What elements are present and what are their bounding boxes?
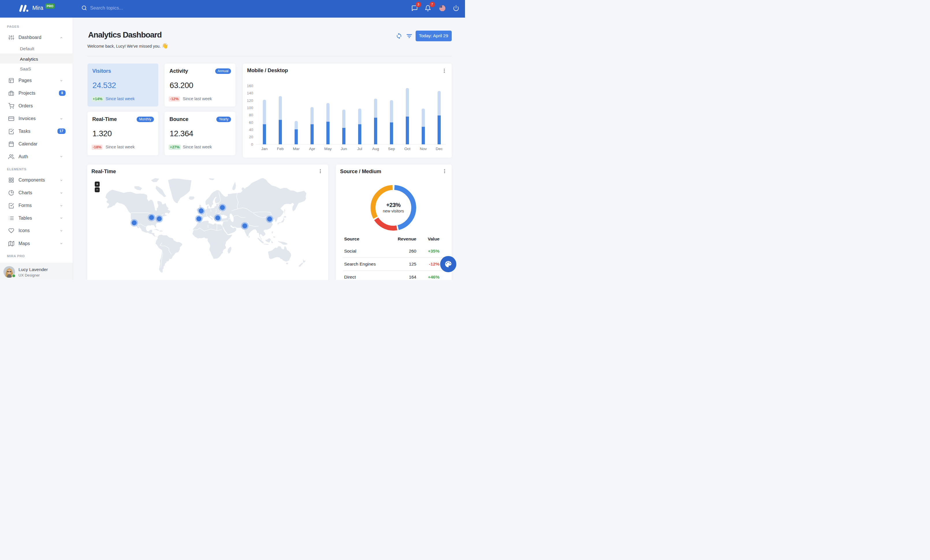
svg-text:40: 40 xyxy=(249,127,253,132)
svg-text:Oct: Oct xyxy=(404,147,410,151)
svg-text:Aug: Aug xyxy=(372,147,379,151)
svg-text:100: 100 xyxy=(246,105,253,110)
svg-text:0: 0 xyxy=(251,142,253,146)
svg-text:20: 20 xyxy=(249,135,253,139)
svg-text:Feb: Feb xyxy=(277,147,283,151)
svg-text:+23%: +23% xyxy=(386,202,400,208)
svg-text:Jul: Jul xyxy=(357,147,362,151)
svg-text:Nov: Nov xyxy=(420,147,427,151)
svg-text:Mar: Mar xyxy=(293,147,300,151)
svg-text:Apr: Apr xyxy=(309,147,315,151)
svg-text:80: 80 xyxy=(249,113,253,117)
svg-text:Sep: Sep xyxy=(388,147,395,151)
svg-text:140: 140 xyxy=(246,91,253,95)
svg-text:Jan: Jan xyxy=(261,147,268,151)
svg-text:120: 120 xyxy=(246,98,253,103)
svg-text:new visitors: new visitors xyxy=(383,209,404,213)
svg-text:60: 60 xyxy=(249,120,253,124)
svg-text:Jun: Jun xyxy=(340,147,347,151)
svg-text:Dec: Dec xyxy=(436,147,442,151)
svg-text:May: May xyxy=(324,147,331,151)
svg-text:160: 160 xyxy=(246,84,253,88)
